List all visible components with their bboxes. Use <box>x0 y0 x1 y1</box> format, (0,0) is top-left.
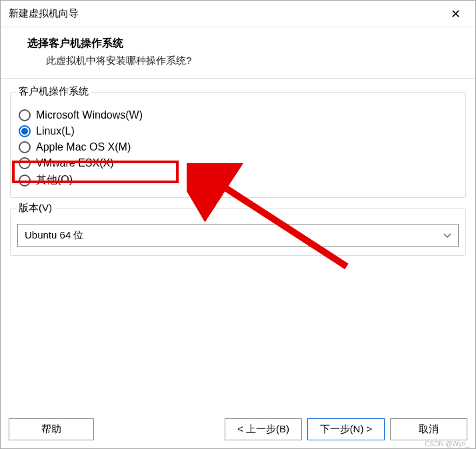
radio-label: 其他(O) <box>36 173 73 187</box>
version-groupbox: 版本(V) Ubuntu 64 位 <box>10 209 466 256</box>
version-dropdown[interactable]: Ubuntu 64 位 <box>17 224 459 247</box>
watermark-text: CSDN @Wyn_ <box>425 440 469 448</box>
version-group-title: 版本(V) <box>16 202 55 215</box>
radio-option-macos[interactable]: Apple Mac OS X(M) <box>17 139 459 155</box>
radio-label: Linux(L) <box>36 125 75 137</box>
help-button[interactable]: 帮助 <box>9 418 94 440</box>
content-area: 客户机操作系统 Microsoft Windows(W) Linux(L) Ap… <box>1 79 475 412</box>
radio-icon <box>19 175 31 187</box>
radio-label: VMware ESX(X) <box>36 157 113 169</box>
wizard-header: 选择客户机操作系统 此虚拟机中将安装哪种操作系统? <box>1 27 475 79</box>
os-group-title: 客户机操作系统 <box>16 85 91 98</box>
window-title: 新建虚拟机向导 <box>9 7 79 20</box>
radio-icon <box>19 141 31 153</box>
dropdown-value: Ubuntu 64 位 <box>25 229 83 242</box>
radio-option-vmware-esx[interactable]: VMware ESX(X) <box>17 155 459 171</box>
title-bar: 新建虚拟机向导 ✕ <box>1 1 475 27</box>
radio-icon <box>19 125 31 137</box>
os-groupbox: 客户机操作系统 Microsoft Windows(W) Linux(L) Ap… <box>10 92 466 198</box>
radio-label: Apple Mac OS X(M) <box>36 141 131 153</box>
footer: 帮助 < 上一步(B) 下一步(N) > 取消 <box>1 412 475 448</box>
back-button[interactable]: < 上一步(B) <box>225 418 302 440</box>
radio-option-linux[interactable]: Linux(L) <box>17 123 459 139</box>
radio-icon <box>19 109 31 121</box>
chevron-down-icon <box>443 231 451 240</box>
cancel-button[interactable]: 取消 <box>390 418 467 440</box>
close-icon[interactable]: ✕ <box>444 5 467 23</box>
header-heading: 选择客户机操作系统 <box>27 37 469 51</box>
radio-option-other[interactable]: 其他(O) <box>17 171 459 189</box>
header-subtext: 此虚拟机中将安装哪种操作系统? <box>27 55 469 67</box>
radio-icon <box>19 157 31 169</box>
next-button[interactable]: 下一步(N) > <box>307 418 385 440</box>
wizard-dialog: 新建虚拟机向导 ✕ 选择客户机操作系统 此虚拟机中将安装哪种操作系统? 客户机操… <box>0 0 476 449</box>
footer-right: < 上一步(B) 下一步(N) > 取消 <box>225 418 467 440</box>
radio-label: Microsoft Windows(W) <box>36 109 143 121</box>
radio-option-windows[interactable]: Microsoft Windows(W) <box>17 107 459 123</box>
